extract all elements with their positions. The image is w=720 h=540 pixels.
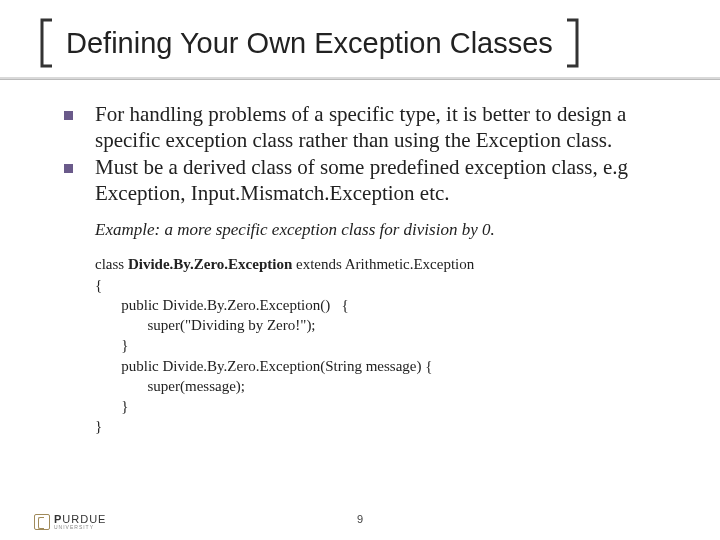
bullet-icon (64, 164, 73, 173)
code-line: super("Dividing by Zero!"); (95, 317, 316, 333)
example-label: Example: a more specific exception class… (95, 220, 682, 240)
purdue-logo: PURDUE UNIVERSITY (34, 513, 106, 530)
bullet-text: For handling problems of a specific type… (95, 102, 682, 153)
code-line: super(message); (95, 378, 245, 394)
bullet-text: Must be a derived class of some predefin… (95, 155, 682, 206)
code-line: public Divide.By.Zero.Exception(String m… (95, 358, 432, 374)
logo-text-stack: PURDUE UNIVERSITY (54, 513, 106, 530)
divider (0, 77, 720, 80)
logo-mark-icon (34, 514, 50, 530)
code-line: class Divide.By.Zero.Exception extends A… (95, 256, 474, 272)
bullet-item: Must be a derived class of some predefin… (64, 155, 682, 206)
code-line: public Divide.By.Zero.Exception() { (95, 297, 349, 313)
content: For handling problems of a specific type… (38, 102, 682, 437)
title-row: Defining Your Own Exception Classes (38, 18, 682, 68)
slide: Defining Your Own Exception Classes For … (0, 0, 720, 540)
code-line: } (95, 398, 128, 414)
bullet-item: For handling problems of a specific type… (64, 102, 682, 153)
logo-subtext: UNIVERSITY (54, 524, 106, 530)
code-line: } (95, 418, 102, 434)
slide-title: Defining Your Own Exception Classes (56, 27, 563, 60)
page-number: 9 (357, 513, 363, 525)
bracket-left-icon (38, 18, 56, 68)
code-line: } (95, 337, 128, 353)
bracket-right-icon (563, 18, 581, 68)
code-block: class Divide.By.Zero.Exception extends A… (95, 254, 682, 436)
code-line: { (95, 277, 102, 293)
bullet-icon (64, 111, 73, 120)
